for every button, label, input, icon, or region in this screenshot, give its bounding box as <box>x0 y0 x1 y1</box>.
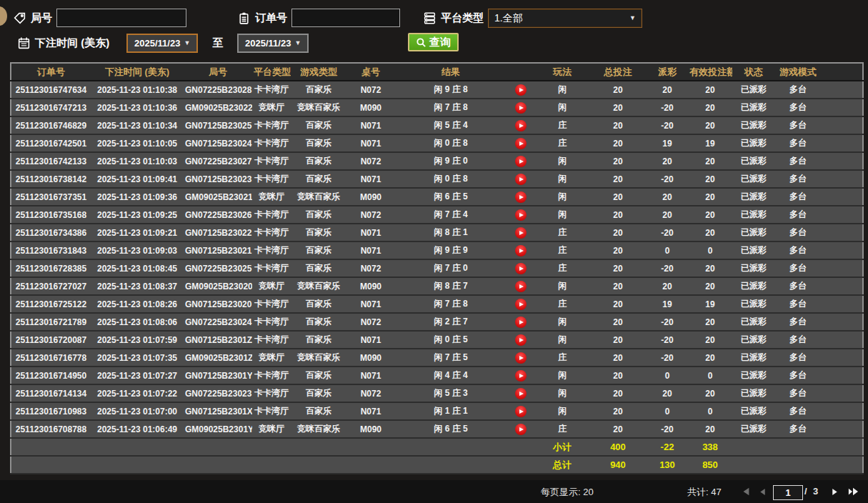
cell-play <box>507 81 535 99</box>
cell-order-no: 251123016738142 <box>11 170 91 188</box>
cell-valid-bet: 20 <box>688 349 732 367</box>
cell-payout: -20 <box>647 259 688 277</box>
date-from-select[interactable]: 2025/11/23 ▼ <box>126 34 198 53</box>
last-page-button[interactable] <box>847 486 859 497</box>
table-row: 2511230167087882025-11-23 01:06:49GM0902… <box>11 420 863 438</box>
cell-order-no: 251123016710983 <box>11 402 91 420</box>
play-video-button[interactable] <box>515 281 527 292</box>
column-header-4: 游戏类型 <box>291 63 346 81</box>
play-video-button[interactable] <box>515 406 527 417</box>
cell-spacer <box>821 349 863 367</box>
cell-game-type: 百家乐 <box>291 241 346 259</box>
prev-page-button[interactable] <box>757 486 768 497</box>
order-no-input[interactable] <box>291 9 400 27</box>
play-video-button[interactable] <box>515 299 527 310</box>
cell-total-bet: 20 <box>589 152 647 170</box>
cell-total-bet: 20 <box>589 259 647 277</box>
cell-table-no: N072 <box>346 313 395 331</box>
subtotal-label: 小计 <box>535 438 589 456</box>
cell-payout: 20 <box>647 81 688 99</box>
cell-bet-type: 庄 <box>535 116 589 134</box>
cell-bet-time: 2025-11-23 01:10:05 <box>91 134 184 152</box>
total-payout: 130 <box>647 456 688 474</box>
page-number-input[interactable] <box>773 485 803 500</box>
cell-bet-type: 庄 <box>535 420 589 438</box>
play-video-button[interactable] <box>515 209 527 221</box>
table-row: 2511230167318432025-11-23 01:09:03GN0712… <box>11 241 863 259</box>
cell-play <box>507 188 535 206</box>
query-button-label: 查询 <box>429 36 451 49</box>
play-video-button[interactable] <box>515 102 527 114</box>
table-row: 2511230167167782025-11-23 01:07:35GM0902… <box>11 349 863 367</box>
play-video-button[interactable] <box>515 370 527 382</box>
cell-game-no: GM09025B23020 <box>184 277 252 295</box>
cell-total-bet: 20 <box>589 384 647 402</box>
cell-spacer <box>821 295 863 313</box>
play-video-button[interactable] <box>515 317 527 328</box>
play-video-button[interactable] <box>515 191 527 203</box>
play-video-button[interactable] <box>515 156 527 167</box>
column-header-1: 下注时间 (美东) <box>91 63 184 81</box>
cell-game-type: 百家乐 <box>291 367 346 384</box>
date-to-select[interactable]: 2025/11/23 ▼ <box>237 34 309 53</box>
cell-mode: 多台 <box>775 295 821 313</box>
cell-table-no: N072 <box>346 384 395 402</box>
play-icon <box>519 88 524 92</box>
cell-game-no: GN07125B23020 <box>184 295 252 313</box>
cell-total-bet: 20 <box>589 188 647 206</box>
play-video-button[interactable] <box>515 388 527 399</box>
chevron-down-icon: ▼ <box>294 40 301 46</box>
play-video-button[interactable] <box>515 174 527 185</box>
cell-spacer <box>821 99 863 116</box>
play-video-button[interactable] <box>515 138 527 149</box>
column-header-13: 游戏模式 <box>775 63 821 81</box>
game-no-label: 局号 <box>31 11 52 25</box>
play-video-button[interactable] <box>515 245 527 257</box>
play-video-button[interactable] <box>515 352 527 364</box>
subtotal-row: 小计 400 -22 338 <box>11 438 863 456</box>
cell-mode: 多台 <box>775 402 821 420</box>
table-row: 2511230167200872025-11-23 01:07:59GN0712… <box>11 331 863 349</box>
cell-status: 已派彩 <box>732 81 775 99</box>
total-pages-text: 3 <box>813 486 818 497</box>
cell-total-bet: 20 <box>589 402 647 420</box>
cell-valid-bet: 0 <box>688 367 732 384</box>
play-icon <box>519 231 524 235</box>
cell-order-no: 251123016725122 <box>11 295 91 313</box>
cell-payout: -20 <box>647 170 688 188</box>
cell-game-no: GN07125B2301Z <box>184 331 252 349</box>
query-button[interactable]: 查询 <box>408 33 459 51</box>
first-page-button[interactable] <box>740 486 752 497</box>
cell-status: 已派彩 <box>732 402 775 420</box>
clipboard-icon <box>237 11 251 25</box>
column-header-5: 桌号 <box>346 63 395 81</box>
cell-payout: 20 <box>647 206 688 224</box>
cell-valid-bet: 20 <box>688 206 732 224</box>
play-video-button[interactable] <box>515 84 527 96</box>
cell-payout: 0 <box>647 402 688 420</box>
play-video-button[interactable] <box>515 424 527 435</box>
cell-bet-type: 庄 <box>535 134 589 152</box>
cell-platform: 卡卡湾厅 <box>252 206 291 224</box>
cell-table-no: M090 <box>346 188 395 206</box>
cell-mode: 多台 <box>775 331 821 349</box>
calendar-icon <box>17 36 31 50</box>
play-video-button[interactable] <box>515 263 527 274</box>
cell-platform: 卡卡湾厅 <box>252 313 291 331</box>
platform-selected-value: 1.全部 <box>494 12 523 25</box>
cell-valid-bet: 20 <box>688 170 732 188</box>
play-video-button[interactable] <box>515 334 527 346</box>
next-page-button[interactable] <box>829 486 840 497</box>
cell-bet-time: 2025-11-23 01:09:41 <box>91 170 184 188</box>
table-body: 2511230167476342025-11-23 01:10:38GN0722… <box>11 81 863 438</box>
cell-total-bet: 20 <box>589 295 647 313</box>
cell-game-no: GN07125B2301X <box>184 402 252 420</box>
cell-platform: 竞咪厅 <box>252 188 291 206</box>
table-row: 2511230167217892025-11-23 01:08:06GN0722… <box>11 313 863 331</box>
cell-payout: -20 <box>647 349 688 367</box>
game-no-input[interactable] <box>56 9 186 27</box>
table-row: 2511230167270272025-11-23 01:08:37GM0902… <box>11 277 863 295</box>
play-video-button[interactable] <box>515 227 527 239</box>
platform-select[interactable]: 1.全部 ▼ <box>488 9 642 28</box>
play-video-button[interactable] <box>515 120 527 131</box>
